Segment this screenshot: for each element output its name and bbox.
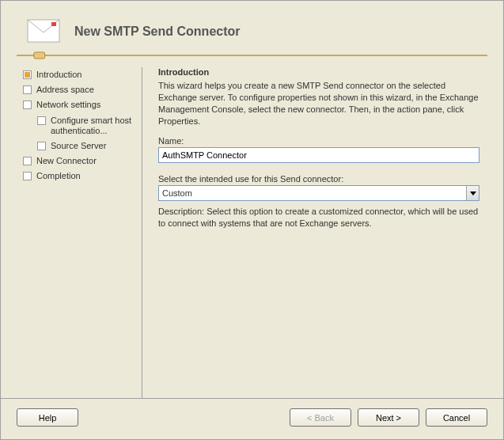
wizard-title: New SMTP Send Connector [74,25,241,39]
svg-rect-1 [51,22,56,26]
chevron-down-icon [466,186,479,200]
wizard-sidebar: Introduction Address space Network setti… [23,67,134,398]
step-source-server[interactable]: Source Server [23,138,134,154]
step-label: Completion [36,171,81,181]
step-label: Source Server [51,141,106,151]
step-active-icon [23,70,32,79]
step-label: Network settings [36,100,100,110]
step-label: Introduction [36,70,81,80]
help-button[interactable]: Help [17,408,78,427]
cancel-button[interactable]: Cancel [426,408,487,427]
vertical-divider [142,67,142,398]
step-network-settings[interactable]: Network settings [23,97,134,112]
name-label: Name: [158,136,479,146]
step-configure-smart-host[interactable]: Configure smart host authenticatio... [23,113,134,138]
step-address-space[interactable]: Address space [23,82,134,97]
svg-rect-3 [34,52,45,59]
use-select[interactable]: Custom [158,185,479,201]
content-heading: Introduction [158,67,479,77]
step-completion[interactable]: Completion [23,169,134,184]
step-label: New Connector [36,156,97,166]
step-label: Configure smart host authenticatio... [51,116,134,136]
wizard-body: Introduction Address space Network setti… [1,59,503,398]
use-select-value: Custom [159,188,466,198]
step-icon [37,142,46,150]
description-text: Description: Select this option to creat… [158,206,479,229]
step-icon [23,157,32,165]
back-button[interactable]: < Back [290,408,351,427]
next-button[interactable]: Next > [358,408,419,427]
svg-marker-4 [470,192,476,195]
step-new-connector[interactable]: New Connector [23,154,134,169]
header-divider [17,51,487,59]
step-icon [23,172,32,180]
step-label: Address space [36,85,94,95]
use-label: Select the intended use for this Send co… [158,174,479,184]
envelope-icon [25,17,63,47]
step-introduction[interactable]: Introduction [23,67,134,82]
intro-text: This wizard helps you create a new SMTP … [158,80,479,127]
step-icon [23,85,32,94]
wizard-header: New SMTP Send Connector [1,1,503,47]
step-icon [23,101,32,109]
wizard-footer: Help < Back Next > Cancel [1,398,503,439]
name-input[interactable] [158,147,479,163]
wizard-dialog: New SMTP Send Connector Introduction Add… [0,0,504,440]
wizard-content: Introduction This wizard helps you creat… [150,67,487,398]
step-icon [37,116,46,125]
